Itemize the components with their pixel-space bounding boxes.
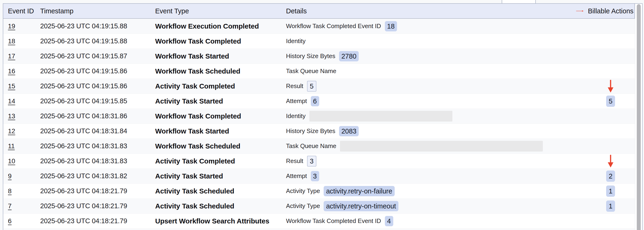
billable-actions-badge: 5 [606, 95, 615, 107]
table-row[interactable]: 6 2025-06-23 UTC 04:18:21.79 Upsert Work… [3, 214, 635, 228]
red-arrow-right-icon [576, 8, 584, 14]
billable-actions-cell: 5 [576, 94, 635, 108]
header-event-type: Event Type [155, 7, 286, 15]
details-cell: Task Queue Name [286, 67, 576, 75]
detail-label: Task Queue Name [286, 67, 336, 75]
timestamp-cell: 2025-06-23 UTC 04:18:31.82 [40, 172, 155, 180]
event-id-cell: 19 [8, 23, 40, 30]
timestamp-cell: 2025-06-23 UTC 04:18:31.83 [40, 157, 155, 165]
detail-label: Attempt [286, 172, 307, 180]
header-billable-actions-label: Billable Actions [588, 7, 634, 15]
event-id-link[interactable]: 18 [8, 38, 15, 45]
event-type-cell: Activity Task Started [155, 97, 286, 105]
table-row[interactable]: 16 2025-06-23 UTC 04:19:15.86 Workflow T… [3, 64, 635, 79]
event-id-cell: 8 [8, 187, 40, 195]
table-row[interactable]: 15 2025-06-23 UTC 04:19:15.86 Activity T… [3, 79, 635, 94]
table-rows: 19 2025-06-23 UTC 04:19:15.88 Workflow E… [3, 19, 635, 230]
event-type-cell: Workflow Task Completed [155, 112, 286, 120]
event-id-cell: 13 [8, 112, 40, 120]
table-row[interactable]: 10 2025-06-23 UTC 04:18:31.83 Activity T… [3, 154, 635, 169]
event-type-cell: Activity Task Completed [155, 157, 286, 165]
event-id-cell: 18 [8, 38, 40, 45]
table-row[interactable]: 13 2025-06-23 UTC 04:18:31.86 Workflow T… [3, 109, 635, 124]
detail-value-badge: activity.retry-on-timeout [324, 201, 398, 211]
billable-actions-cell [576, 49, 635, 63]
billable-actions-cell [576, 109, 635, 124]
event-type-cell: Workflow Task Completed [155, 37, 286, 45]
billable-actions-cell [576, 154, 635, 168]
table-row[interactable]: 9 2025-06-23 UTC 04:18:31.82 Activity Ta… [3, 169, 635, 184]
details-cell: Attempt 3 [286, 171, 576, 181]
detail-label: Identity [286, 112, 306, 120]
billable-actions-cell [576, 79, 635, 93]
detail-label: Task Queue Name [286, 142, 336, 150]
event-id-link[interactable]: 14 [8, 97, 15, 105]
event-id-link[interactable]: 10 [8, 157, 15, 165]
detail-value-badge: 4 [385, 216, 393, 226]
detail-value-badge: 2083 [339, 126, 359, 136]
details-cell: Result 5 [286, 81, 576, 92]
timestamp-cell: 2025-06-23 UTC 04:19:15.86 [40, 67, 155, 75]
event-type-cell: Upsert Workflow Search Attributes [155, 217, 286, 225]
event-id-cell: 15 [8, 82, 40, 90]
details-cell: Workflow Task Completed Event ID 18 [286, 21, 576, 31]
timestamp-cell: 2025-06-23 UTC 04:18:31.84 [40, 127, 155, 135]
event-type-cell: Activity Task Completed [155, 82, 286, 90]
timestamp-cell: 2025-06-23 UTC 04:19:15.87 [40, 52, 155, 60]
table-row[interactable]: 17 2025-06-23 UTC 04:19:15.87 Workflow T… [3, 49, 635, 64]
event-id-link[interactable]: 16 [8, 67, 15, 75]
event-type-cell: Activity Task Started [155, 172, 286, 180]
billable-actions-badge: 2 [606, 171, 615, 182]
header-timestamp: Timestamp [40, 7, 155, 15]
table-row[interactable]: 11 2025-06-23 UTC 04:18:31.83 Workflow T… [3, 139, 635, 154]
details-cell: Identity [286, 111, 576, 122]
header-details: Details [286, 7, 576, 15]
timestamp-cell: 2025-06-23 UTC 04:19:15.88 [40, 37, 155, 45]
table-row[interactable]: 8 2025-06-23 UTC 04:18:21.79 Activity Ta… [3, 184, 635, 199]
event-id-cell: 6 [8, 217, 40, 225]
billable-actions-cell [576, 124, 635, 138]
event-type-cell: Workflow Execution Completed [155, 22, 286, 30]
event-id-cell: 11 [8, 142, 40, 150]
event-id-link[interactable]: 13 [8, 112, 15, 120]
event-type-cell: Workflow Task Started [155, 127, 286, 135]
timestamp-cell: 2025-06-23 UTC 04:19:15.85 [40, 97, 155, 105]
table-row[interactable]: 7 2025-06-23 UTC 04:18:21.79 Activity Ta… [3, 199, 635, 214]
detail-value-badge: 2780 [339, 51, 359, 61]
timestamp-cell: 2025-06-23 UTC 04:19:15.88 [40, 22, 155, 30]
event-id-link[interactable]: 11 [8, 142, 15, 150]
event-type-cell: Workflow Task Started [155, 52, 286, 60]
table-row[interactable]: 12 2025-06-23 UTC 04:18:31.84 Workflow T… [3, 124, 635, 139]
event-id-link[interactable]: 9 [8, 172, 12, 180]
top-strip [0, 0, 644, 3]
billable-actions-cell: 1 [576, 184, 635, 198]
billable-actions-cell: 2 [576, 169, 635, 183]
scrollbar-thumb[interactable] [637, 4, 641, 230]
event-id-cell: 17 [8, 52, 40, 60]
timestamp-cell: 2025-06-23 UTC 04:18:31.83 [40, 142, 155, 150]
detail-label: Result [286, 82, 303, 90]
event-id-link[interactable]: 8 [8, 187, 12, 195]
table-row[interactable]: 19 2025-06-23 UTC 04:19:15.88 Workflow E… [3, 19, 635, 34]
table-main: Event ID Timestamp Event Type Details Bi… [3, 4, 635, 230]
event-id-cell: 9 [8, 172, 40, 180]
detail-label: Activity Type [286, 187, 320, 195]
detail-value-badge: 5 [307, 81, 316, 92]
event-id-link[interactable]: 6 [8, 217, 12, 224]
table-row[interactable]: 18 2025-06-23 UTC 04:19:15.88 Workflow T… [3, 34, 635, 49]
toolbar-button-sliver[interactable] [502, 0, 536, 3]
details-cell: Activity Type activity.retry-on-failure [286, 186, 576, 196]
table-row[interactable]: 14 2025-06-23 UTC 04:19:15.85 Activity T… [3, 94, 635, 109]
billable-actions-cell: 1 [576, 199, 635, 213]
event-id-link[interactable]: 19 [8, 23, 15, 30]
details-cell: Identity [286, 38, 576, 45]
detail-value-badge: 6 [311, 96, 319, 106]
red-arrow-down-icon [607, 79, 614, 93]
detail-label: Identity [286, 38, 306, 45]
scrollbar-track[interactable] [635, 4, 642, 230]
details-cell: History Size Bytes 2083 [286, 126, 576, 136]
event-id-link[interactable]: 12 [8, 128, 15, 135]
event-id-link[interactable]: 15 [8, 82, 15, 90]
event-id-link[interactable]: 7 [8, 202, 12, 210]
event-id-link[interactable]: 17 [8, 52, 15, 60]
